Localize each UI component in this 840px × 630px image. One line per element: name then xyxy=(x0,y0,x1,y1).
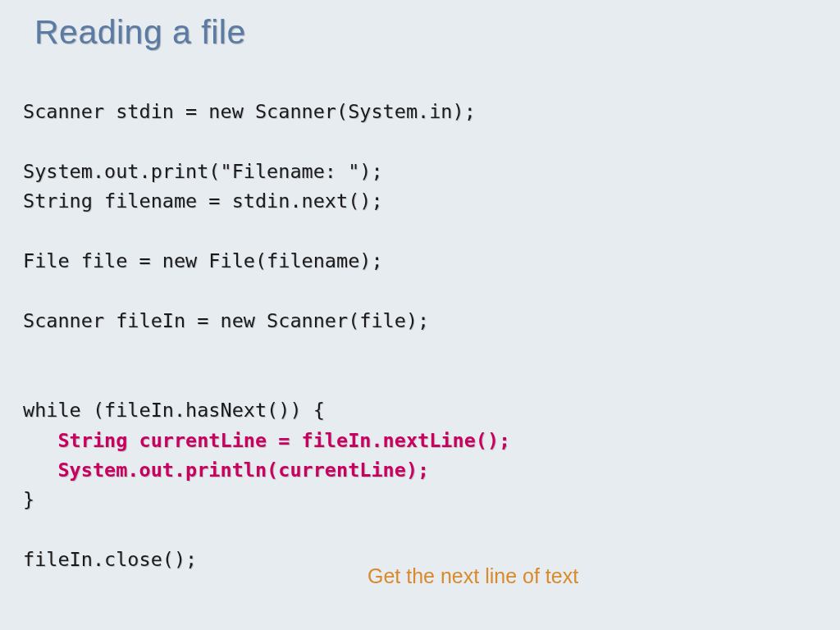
code-line: Scanner stdin = new Scanner(System.in); xyxy=(23,100,476,123)
code-line: File file = new File(filename); xyxy=(23,249,383,272)
code-line: fileIn.close(); xyxy=(23,548,197,571)
code-line-highlight: System.out.println(currentLine); xyxy=(23,459,429,482)
code-line-highlight: String currentLine = fileIn.nextLine(); xyxy=(23,429,510,452)
code-line: } xyxy=(23,488,34,511)
annotation-text: Get the next line of text xyxy=(368,564,578,588)
slide-title: Reading a file xyxy=(34,13,246,52)
code-line: System.out.print("Filename: "); xyxy=(23,160,383,183)
code-block: Scanner stdin = new Scanner(System.in); … xyxy=(23,97,510,575)
code-line: Scanner fileIn = new Scanner(file); xyxy=(23,309,429,332)
code-line: while (fileIn.hasNext()) { xyxy=(23,399,325,422)
code-line: String filename = stdin.next(); xyxy=(23,189,383,212)
